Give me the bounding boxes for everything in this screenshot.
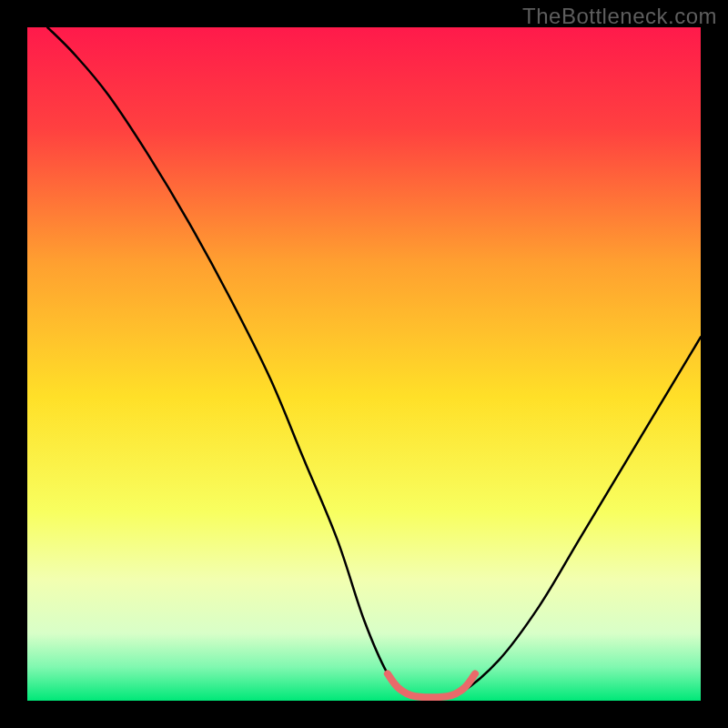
- chart-svg: [27, 27, 701, 701]
- chart-frame: TheBottleneck.com: [0, 0, 728, 728]
- chart-background: [27, 27, 701, 701]
- watermark-text: TheBottleneck.com: [522, 4, 717, 29]
